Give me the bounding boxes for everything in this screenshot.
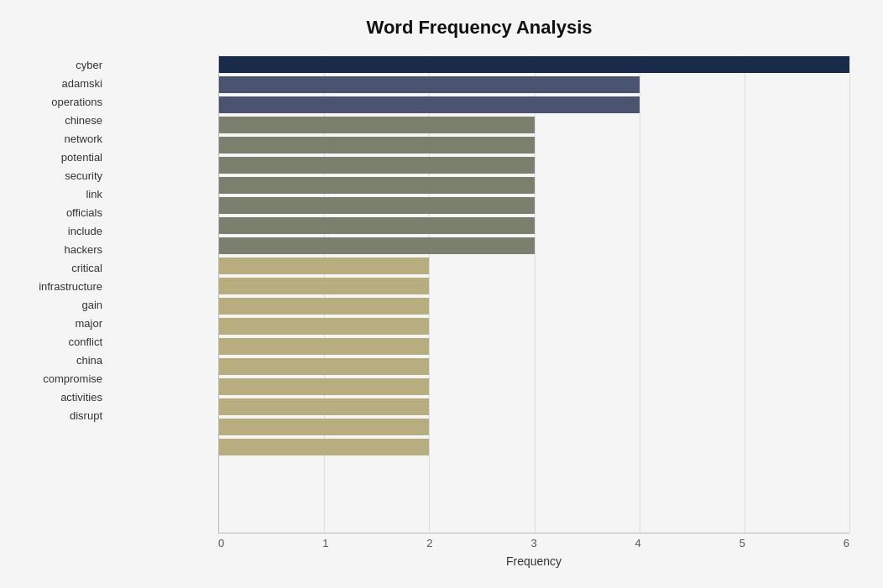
- bar-adamski: [219, 76, 640, 93]
- bar-label-adamski: adamski: [0, 74, 109, 92]
- bar-officials: [219, 217, 535, 234]
- bar-label-infrastructure: infrastructure: [0, 277, 109, 295]
- bar-row: [219, 317, 849, 336]
- bar-cyber: [219, 56, 849, 73]
- chart-title: Word Frequency Analysis: [109, 17, 849, 39]
- bars-area: [218, 55, 849, 533]
- bar-label-operations: operations: [0, 92, 109, 111]
- bar-network: [219, 137, 535, 154]
- bar-operations: [219, 96, 640, 113]
- bar-row: [219, 277, 849, 295]
- gridline-6: [849, 55, 850, 533]
- bar-label-network: network: [0, 129, 109, 148]
- bar-row: [219, 136, 849, 154]
- x-tick-3: 3: [530, 537, 536, 549]
- bar-hackers: [219, 258, 429, 274]
- bar-label-gain: gain: [0, 295, 109, 314]
- bar-row: [219, 337, 849, 356]
- bar-row: [219, 297, 849, 315]
- bar-row: [219, 196, 849, 215]
- bar-security: [219, 177, 535, 194]
- bar-row: [219, 398, 849, 416]
- bar-link: [219, 197, 535, 214]
- bar-label-critical: critical: [0, 258, 109, 277]
- bar-row: [219, 116, 849, 134]
- bar-label-chinese: chinese: [0, 111, 109, 129]
- bar-label-hackers: hackers: [0, 240, 109, 258]
- bar-label-china: china: [0, 351, 109, 369]
- bar-label-potential: potential: [0, 148, 109, 166]
- x-tick-2: 2: [426, 537, 432, 549]
- bar-row: [219, 96, 849, 114]
- bar-label-compromise: compromise: [0, 369, 109, 388]
- bar-major: [219, 338, 429, 355]
- bar-compromise: [219, 398, 429, 415]
- bar-row: [219, 237, 849, 255]
- bar-activities: [219, 419, 429, 435]
- bar-row: [219, 377, 849, 396]
- x-tick-0: 0: [218, 537, 224, 549]
- bar-label-disrupt: disrupt: [0, 406, 109, 424]
- bar-row: [219, 438, 849, 456]
- bar-label-major: major: [0, 314, 109, 332]
- bar-label-security: security: [0, 166, 109, 185]
- bar-label-activities: activities: [0, 388, 109, 406]
- bar-row: [219, 418, 849, 436]
- bar-label-cyber: cyber: [0, 55, 109, 74]
- x-tick-1: 1: [322, 537, 328, 549]
- x-tick-6: 6: [844, 537, 849, 549]
- bar-label-conflict: conflict: [0, 332, 109, 351]
- bar-infrastructure: [219, 298, 429, 315]
- bar-row: [219, 357, 849, 376]
- bar-label-link: link: [0, 185, 109, 203]
- bar-chinese: [219, 117, 535, 133]
- bar-critical: [219, 278, 429, 294]
- bar-label-officials: officials: [0, 203, 109, 221]
- chart-container: Word Frequency Analysis cyberadamskioper…: [0, 0, 883, 588]
- bar-potential: [219, 157, 535, 174]
- bar-disrupt: [219, 439, 429, 455]
- bar-row: [219, 216, 849, 235]
- x-tick-5: 5: [739, 537, 745, 549]
- bar-include: [219, 237, 535, 254]
- bar-row: [219, 176, 849, 195]
- bar-row: [219, 257, 849, 275]
- y-axis-labels: cyberadamskioperationschinesenetworkpote…: [0, 55, 109, 533]
- x-axis-label: Frequency: [218, 554, 849, 568]
- bar-row: [219, 75, 849, 94]
- bar-row: [219, 156, 849, 174]
- x-tick-4: 4: [635, 537, 641, 549]
- bar-gain: [219, 318, 429, 335]
- bar-china: [219, 378, 429, 395]
- bar-label-include: include: [0, 221, 109, 240]
- bar-row: [219, 55, 849, 74]
- bar-conflict: [219, 358, 429, 375]
- x-axis: 0 1 2 3 4 5 6: [218, 537, 849, 549]
